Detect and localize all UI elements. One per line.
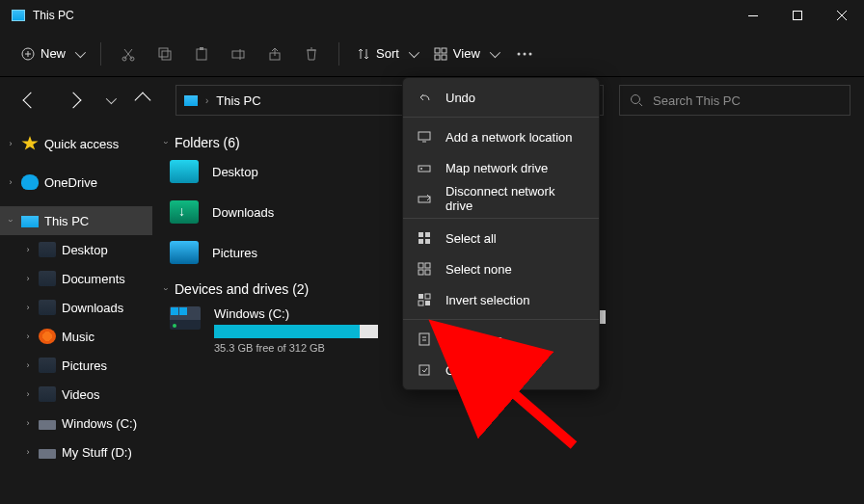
sidebar-item-music[interactable]: ›Music — [0, 322, 152, 351]
svg-rect-20 — [418, 166, 430, 172]
svg-rect-33 — [418, 301, 423, 305]
sidebar-label: Windows (C:) — [62, 416, 137, 431]
ellipsis-icon — [517, 52, 532, 56]
view-button[interactable]: View — [428, 39, 503, 69]
new-button[interactable]: New — [15, 39, 89, 69]
sidebar-item-documents[interactable]: ›Documents — [0, 264, 152, 293]
svg-rect-6 — [162, 51, 171, 60]
separator — [338, 42, 339, 66]
share-icon — [268, 47, 282, 61]
arrow-left-icon — [23, 93, 40, 109]
folder-icon — [39, 358, 56, 373]
svg-rect-0 — [748, 15, 758, 16]
svg-rect-32 — [425, 294, 430, 299]
sidebar-item-desktop[interactable]: ›Desktop — [0, 235, 152, 264]
folder-icon — [39, 300, 56, 315]
menu-select-none[interactable]: Select none — [403, 253, 599, 284]
rename-icon — [231, 47, 245, 61]
breadcrumb-text: This PC — [216, 93, 260, 108]
sidebar-item-this-pc[interactable]: ›This PC — [0, 206, 152, 235]
menu-select-all[interactable]: Select all — [403, 223, 599, 253]
sidebar-label: This PC — [44, 214, 89, 228]
menu-separator — [403, 117, 599, 118]
rename-button[interactable] — [223, 39, 254, 69]
svg-rect-13 — [435, 55, 440, 60]
svg-point-17 — [528, 52, 531, 55]
search-placeholder: Search This PC — [653, 93, 741, 108]
maximize-button[interactable] — [775, 0, 820, 31]
svg-point-16 — [523, 52, 526, 55]
sidebar-item-downloads[interactable]: ›Downloads — [0, 293, 152, 322]
sidebar-item-videos[interactable]: ›Videos — [0, 380, 152, 409]
sidebar-label: Desktop — [62, 243, 108, 257]
svg-rect-1 — [794, 12, 802, 20]
folder-icon — [39, 271, 56, 286]
menu-invert-selection[interactable]: Invert selection — [403, 284, 599, 315]
drive-icon — [170, 306, 201, 330]
share-button[interactable] — [259, 39, 290, 69]
menu-label: Invert selection — [446, 293, 529, 307]
chevron-right-icon: › — [205, 95, 208, 106]
menu-add-network-location[interactable]: Add a network location — [403, 121, 599, 152]
svg-rect-34 — [425, 301, 430, 305]
select-none-icon — [417, 261, 432, 277]
folder-icon — [39, 242, 56, 257]
scissors-icon — [121, 46, 136, 62]
sidebar-item-pictures[interactable]: ›Pictures — [0, 351, 152, 380]
menu-label: Properties — [446, 332, 502, 347]
menu-undo[interactable]: Undo — [403, 82, 599, 113]
sidebar-item-drive-c[interactable]: ›Windows (C:) — [0, 409, 152, 438]
new-label: New — [40, 46, 66, 61]
search-icon — [630, 93, 643, 107]
trash-icon — [305, 47, 318, 61]
menu-label: Undo — [446, 91, 475, 105]
sidebar-label: My Stuff (D:) — [62, 445, 132, 460]
context-menu: Undo Add a network location Map network … — [402, 77, 600, 390]
menu-map-network-drive[interactable]: Map network drive — [403, 152, 599, 183]
folder-icon — [39, 386, 56, 402]
more-button[interactable] — [509, 39, 540, 69]
properties-icon — [417, 332, 432, 347]
history-button[interactable] — [98, 83, 118, 118]
svg-rect-26 — [425, 239, 430, 244]
svg-rect-19 — [418, 132, 430, 140]
up-button[interactable] — [125, 83, 160, 118]
menu-options[interactable]: Options — [403, 355, 599, 385]
minimize-button[interactable] — [731, 0, 775, 31]
svg-rect-8 — [200, 47, 203, 50]
window-title: This PC — [33, 9, 74, 22]
menu-disconnect-drive[interactable]: Disconnect network drive — [403, 183, 599, 214]
sidebar-item-drive-d[interactable]: ›My Stuff (D:) — [0, 438, 152, 466]
menu-label: Add a network location — [446, 130, 573, 145]
svg-rect-31 — [418, 294, 423, 299]
invert-selection-icon — [417, 292, 432, 307]
group-header-label: Folders (6) — [175, 135, 240, 150]
menu-label: Map network drive — [446, 161, 548, 175]
forward-button[interactable] — [56, 83, 91, 118]
cut-button[interactable] — [113, 39, 144, 69]
svg-rect-36 — [419, 365, 429, 375]
svg-rect-23 — [418, 232, 423, 237]
folder-label: Desktop — [212, 165, 258, 179]
menu-properties[interactable]: Properties — [403, 324, 599, 355]
svg-rect-27 — [418, 263, 423, 268]
close-button[interactable] — [820, 0, 864, 31]
sidebar-item-quick-access[interactable]: ›Quick access — [0, 129, 152, 158]
copy-button[interactable] — [149, 39, 180, 69]
sidebar-item-onedrive[interactable]: ›OneDrive — [0, 168, 152, 197]
arrow-up-icon — [135, 93, 151, 109]
folder-icon — [170, 241, 199, 264]
sort-icon — [357, 47, 370, 61]
drive-item-c[interactable]: Windows (C:) 35.3 GB free of 312 GB — [164, 306, 378, 354]
search-input[interactable]: Search This PC — [619, 85, 850, 116]
app-icon — [12, 10, 25, 21]
svg-rect-35 — [419, 333, 429, 345]
titlebar: This PC — [0, 0, 864, 31]
delete-button[interactable] — [296, 39, 327, 69]
copy-icon — [158, 47, 172, 61]
back-button[interactable] — [14, 83, 48, 118]
sort-button[interactable]: Sort — [351, 39, 422, 69]
paste-button[interactable] — [186, 39, 217, 69]
view-label: View — [453, 46, 480, 61]
svg-rect-14 — [442, 55, 446, 60]
